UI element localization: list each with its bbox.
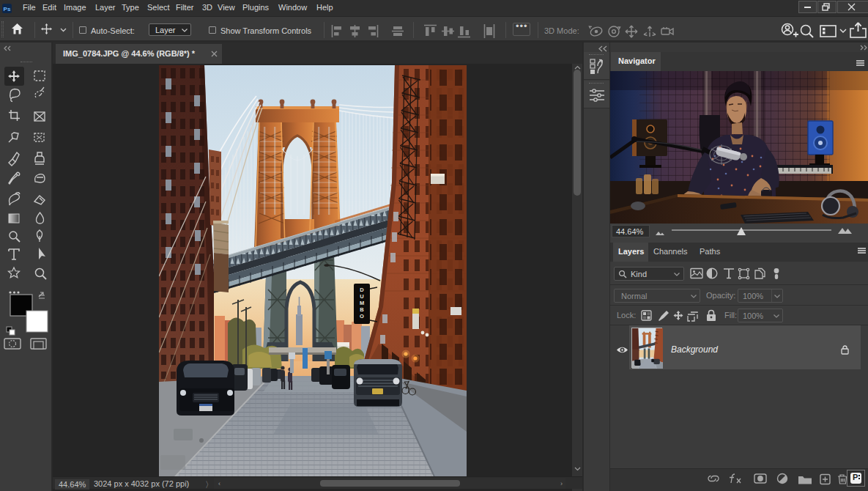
svg-text:M: M <box>360 300 364 306</box>
svg-text:B: B <box>360 306 364 313</box>
svg-text:U: U <box>360 293 363 300</box>
svg-text:D: D <box>360 287 364 293</box>
svg-text:Ps: Ps <box>4 6 11 12</box>
svg-text:O: O <box>360 313 364 320</box>
